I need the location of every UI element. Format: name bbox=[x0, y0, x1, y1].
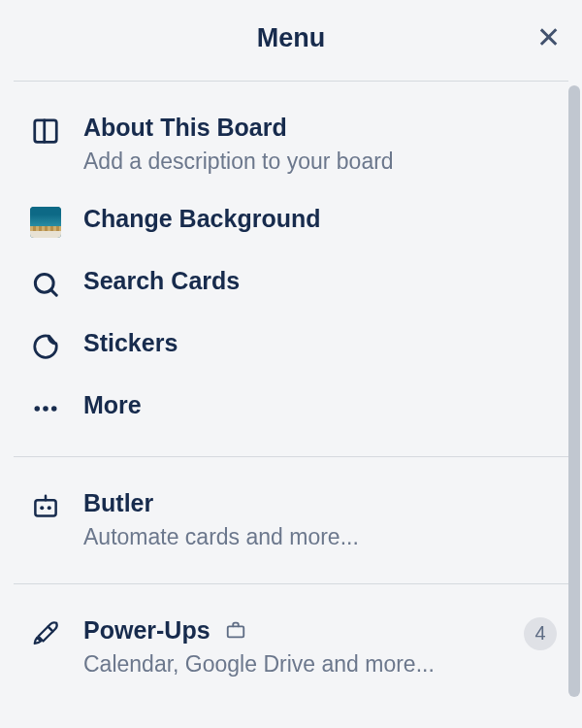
sticker-icon bbox=[29, 330, 62, 363]
butler-icon bbox=[29, 490, 62, 523]
svg-point-8 bbox=[40, 506, 44, 510]
menu-item-sub: Automate cards and more... bbox=[83, 523, 557, 552]
menu-section-main: About This Board Add a description to yo… bbox=[0, 82, 582, 456]
menu-item-powerups[interactable]: Power-Ups Calendar, Google Drive and mor… bbox=[0, 602, 582, 693]
menu-item-label: Power-Ups bbox=[83, 615, 502, 645]
menu-section-butler: Butler Automate cards and more... bbox=[0, 457, 582, 583]
menu-item-label: About This Board bbox=[83, 113, 557, 142]
menu-item-label: Change Background bbox=[83, 204, 557, 233]
menu-item-butler[interactable]: Butler Automate cards and more... bbox=[0, 475, 582, 566]
svg-point-9 bbox=[48, 506, 51, 510]
menu-header: Menu ✕ bbox=[0, 0, 582, 81]
svg-point-4 bbox=[35, 406, 41, 412]
menu-item-texts: About This Board Add a description to yo… bbox=[83, 113, 557, 177]
menu-item-texts: Stickers bbox=[83, 328, 557, 357]
svg-point-5 bbox=[43, 406, 48, 412]
more-icon bbox=[29, 392, 62, 425]
menu-item-search-cards[interactable]: Search Cards bbox=[0, 252, 582, 314]
rocket-icon bbox=[29, 617, 62, 650]
menu-title: Menu bbox=[257, 23, 326, 53]
menu-item-change-background[interactable]: Change Background bbox=[0, 190, 582, 252]
background-thumb-icon bbox=[29, 206, 62, 239]
menu-item-texts: Change Background bbox=[83, 204, 557, 233]
svg-line-3 bbox=[51, 290, 57, 296]
briefcase-icon bbox=[225, 619, 246, 641]
menu-item-texts: More bbox=[83, 390, 557, 419]
powerups-count-badge: 4 bbox=[524, 617, 557, 650]
board-icon bbox=[29, 115, 62, 148]
menu-item-about-board[interactable]: About This Board Add a description to yo… bbox=[0, 99, 582, 190]
close-icon[interactable]: ✕ bbox=[536, 23, 561, 52]
svg-rect-11 bbox=[227, 626, 243, 637]
menu-item-stickers[interactable]: Stickers bbox=[0, 314, 582, 377]
menu-item-more[interactable]: More bbox=[0, 377, 582, 439]
menu-item-texts: Power-Ups Calendar, Google Drive and mor… bbox=[83, 615, 502, 679]
menu-item-texts: Search Cards bbox=[83, 266, 557, 295]
scrollbar[interactable] bbox=[568, 85, 580, 697]
menu-item-texts: Butler Automate cards and more... bbox=[83, 488, 557, 552]
menu-item-label: More bbox=[83, 390, 557, 419]
menu-item-label: Search Cards bbox=[83, 266, 557, 295]
menu-item-label: Butler bbox=[83, 488, 557, 517]
menu-section-powerups: Power-Ups Calendar, Google Drive and mor… bbox=[0, 584, 582, 711]
svg-rect-7 bbox=[35, 500, 55, 515]
search-icon bbox=[29, 268, 62, 301]
menu-item-sub: Add a description to your board bbox=[83, 148, 557, 177]
menu-item-label: Stickers bbox=[83, 328, 557, 357]
menu-item-sub: Calendar, Google Drive and more... bbox=[83, 650, 502, 679]
svg-point-6 bbox=[51, 406, 57, 412]
menu-item-label-text: Power-Ups bbox=[83, 616, 210, 644]
menu-panel: Menu ✕ About This Board Add a descriptio… bbox=[0, 0, 582, 728]
